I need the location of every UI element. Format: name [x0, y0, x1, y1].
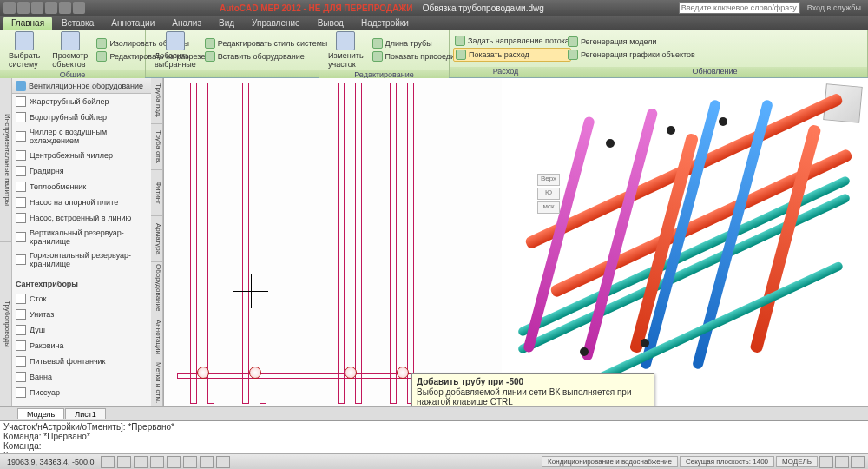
set-flow-dir-button[interactable]: Задать направление потока: [453, 35, 571, 47]
palette-item[interactable]: Насос на опорной плите: [12, 195, 151, 210]
app-name: AutoCAD MEP 2012 - НЕ ДЛЯ ПЕРЕПРОДАЖИ: [220, 3, 413, 13]
palette-tab[interactable]: Арматура: [151, 216, 162, 262]
cursor-coordinates: 19063.9, 34363.4, -500.0: [3, 458, 98, 466]
select-system-button[interactable]: Выбрать систему: [3, 30, 45, 70]
palette-item[interactable]: Горизонтальный резервуар-хранилище: [12, 248, 151, 271]
viewport-2d[interactable]: [164, 78, 502, 406]
palette-item[interactable]: Вертикальный резервуар-хранилище: [12, 226, 151, 248]
viewport-3d[interactable]: [502, 78, 868, 406]
drawing-canvas[interactable]: Верх Ю мск Добавить трубу при -500 Выбор…: [164, 78, 868, 406]
palette-item[interactable]: Сток: [12, 291, 151, 307]
equipment-icon: [16, 166, 26, 176]
palette-item[interactable]: Градирня: [12, 163, 151, 179]
palette-item[interactable]: Раковина: [12, 338, 151, 353]
palette-item[interactable]: Насос, встроенный в линию: [12, 210, 151, 226]
tab-manage[interactable]: Управление: [244, 17, 308, 30]
qat-print-icon[interactable]: [73, 2, 85, 14]
tab-addins[interactable]: Надстройки: [353, 17, 417, 30]
palette-item[interactable]: Унитаз: [12, 307, 151, 322]
equipment-icon: [16, 96, 26, 107]
app-menu-icon[interactable]: [3, 2, 16, 14]
fixture-icon: [16, 340, 26, 351]
palette-item[interactable]: Центробежный чиллер: [12, 148, 151, 163]
palette-list: Жаротрубный бойлер Водотрубный бойлер Чи…: [12, 94, 151, 406]
panel-update-label: Обновление: [562, 67, 867, 77]
grid-toggle[interactable]: [117, 456, 131, 468]
ortho-toggle[interactable]: [134, 456, 148, 468]
palette-tab[interactable]: Метки и отм.: [151, 360, 162, 406]
osnap-toggle[interactable]: [167, 456, 181, 468]
snap-toggle[interactable]: [101, 456, 115, 468]
edit-section-icon: [96, 51, 107, 62]
view-south-button[interactable]: Ю: [537, 188, 560, 200]
equipment-icon: [16, 131, 26, 142]
tab-analyze[interactable]: Анализ: [164, 17, 209, 30]
status-extra-icon[interactable]: [819, 456, 833, 468]
qat-save-icon[interactable]: [31, 2, 43, 14]
qat-open-icon[interactable]: [17, 2, 30, 14]
palette-category-icon: [16, 81, 26, 91]
infocenter-search[interactable]: [679, 2, 800, 14]
fixture-icon: [16, 387, 26, 398]
palette-tab[interactable]: Труба отв.: [151, 124, 162, 170]
status-cutplane[interactable]: Секущая плоскость: 1400: [680, 456, 774, 467]
show-flow-icon: [456, 50, 466, 60]
tool-palette: Вентиляционное оборудование Жаротрубный …: [12, 78, 164, 406]
palette-item[interactable]: Теплообменник: [12, 179, 151, 195]
edit-style-icon: [205, 38, 215, 49]
regen-model-button[interactable]: Регенерация модели: [566, 36, 697, 48]
document-name: Обвязка трубопроводами.dwg: [423, 3, 544, 13]
palette-item[interactable]: Питьевой фонтанчик: [12, 353, 151, 369]
dyn-toggle[interactable]: [200, 456, 214, 468]
view-top-button[interactable]: Верх: [537, 174, 560, 186]
fixture-icon: [16, 325, 26, 335]
tab-insert[interactable]: Вставка: [54, 17, 102, 30]
layout-tab[interactable]: Лист1: [65, 408, 106, 419]
palette-item[interactable]: Писсуар: [12, 385, 151, 400]
status-discipline[interactable]: Кондиционирование и водоснабжение: [542, 456, 678, 467]
regen-model-icon: [568, 36, 578, 47]
view-objects-button[interactable]: Просмотр объектов: [47, 30, 93, 70]
qat-undo-icon[interactable]: [45, 2, 57, 14]
tab-output[interactable]: Вывод: [310, 17, 352, 30]
qat-redo-icon[interactable]: [59, 2, 71, 14]
status-extra-icon[interactable]: [835, 456, 849, 468]
lwt-toggle[interactable]: [216, 456, 230, 468]
palette-tab[interactable]: Аннотации: [151, 314, 162, 360]
palette-item[interactable]: Жаротрубный бойлер: [12, 94, 151, 109]
polar-toggle[interactable]: [150, 456, 164, 468]
far-tab-tool-palettes[interactable]: Инструментальные палитры: [0, 78, 11, 242]
regen-graphics-icon: [568, 50, 578, 60]
palette-item[interactable]: Чиллер с воздушным охлаждением: [12, 125, 151, 148]
tab-home[interactable]: Главная: [3, 17, 52, 30]
otrack-toggle[interactable]: [183, 456, 197, 468]
command-history-line: Участок/нАстройки/оТменить]: *Прервано*: [3, 422, 865, 432]
palette-side-tabs: Труба под. Труба отв. Фитинг Арматура Об…: [151, 78, 163, 406]
insert-equipment-button[interactable]: Вставить оборудование: [203, 50, 329, 63]
palette-item[interactable]: Ванна: [12, 369, 151, 385]
view-wcs-button[interactable]: мск: [537, 201, 560, 214]
palette-item[interactable]: Водотрубный бойлер: [12, 109, 151, 125]
tab-view[interactable]: Вид: [211, 17, 242, 30]
quick-access-toolbar: [3, 2, 85, 14]
status-extra-icon[interactable]: [851, 456, 865, 468]
modify-run-button[interactable]: Изменить участок: [323, 30, 369, 70]
sign-in-label[interactable]: Вход в службы: [807, 3, 861, 12]
palette-item[interactable]: Душ: [12, 322, 151, 338]
command-window[interactable]: Участок/нАстройки/оТменить]: *Прервано* …: [0, 420, 868, 453]
show-flow-button[interactable]: Показать расход: [453, 48, 571, 62]
add-selected-button[interactable]: Добавить выбранные: [149, 30, 201, 70]
status-modelspace[interactable]: МОДЕЛЬ: [776, 456, 818, 467]
regen-graphics-button[interactable]: Регенерация графики объектов: [566, 49, 697, 61]
flow-dir-icon: [455, 36, 465, 46]
tab-annotate[interactable]: Аннотации: [103, 17, 162, 30]
palette-tab[interactable]: Фитинг: [151, 170, 162, 216]
model-tab[interactable]: Модель: [17, 408, 64, 419]
palette-tab[interactable]: Труба под.: [151, 78, 162, 124]
layout-tabs: Модель Лист1: [0, 406, 868, 420]
far-tab-piping[interactable]: Трубопроводы: [0, 242, 11, 406]
edit-system-style-button[interactable]: Редактировать стиль системы: [203, 37, 329, 50]
palette-tab[interactable]: Оборудование: [151, 262, 162, 314]
view-controls-2d: Верх Ю мск: [537, 174, 560, 214]
canvas-tooltip: Добавить трубу при -500 Выбор добавляемо…: [411, 373, 654, 406]
